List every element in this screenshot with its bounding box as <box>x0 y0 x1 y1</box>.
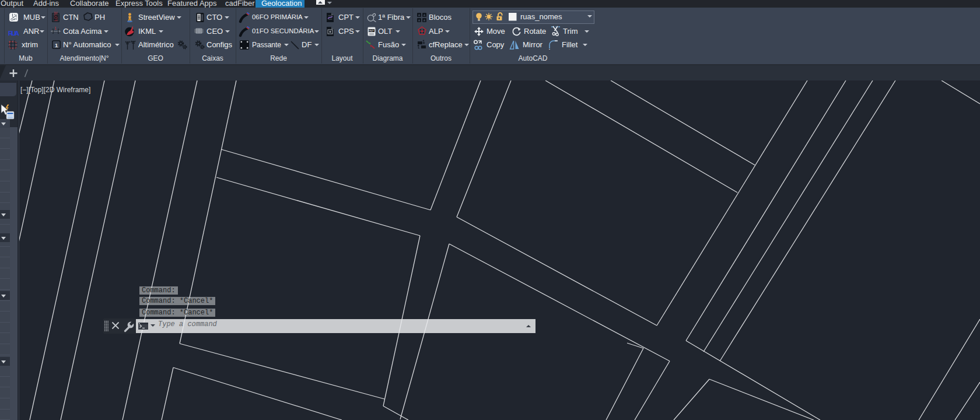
svg-text:1: 1 <box>55 42 58 48</box>
svg-text:LOTE: LOTE <box>54 11 58 22</box>
svg-text:RUA: RUA <box>8 30 19 37</box>
svg-text:OLT: OLT <box>369 29 374 32</box>
svg-text:1: 1 <box>54 26 57 30</box>
